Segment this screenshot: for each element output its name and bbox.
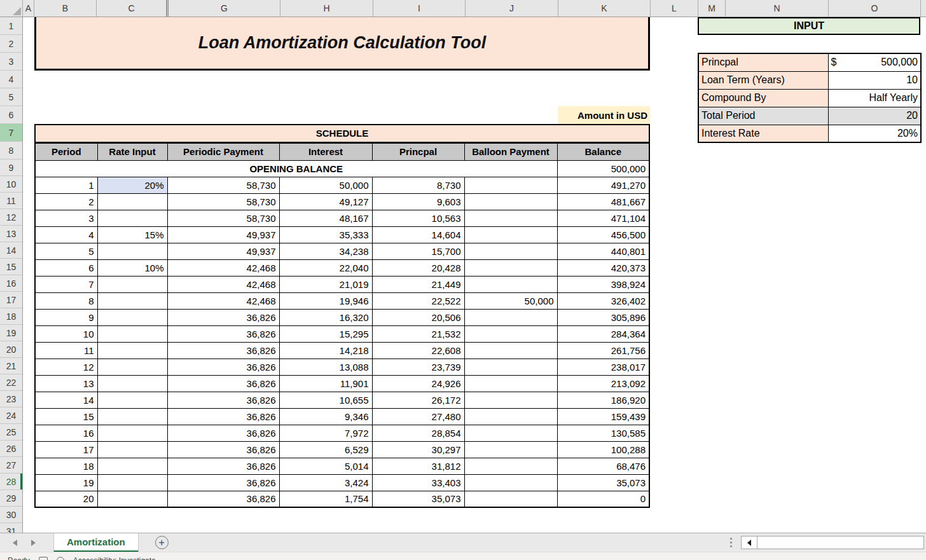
cell-interest[interactable]: 9,346 [279,408,372,425]
cell-rate-input[interactable] [97,458,167,474]
row-header[interactable]: 26 [0,440,22,457]
cell-periodic-payment[interactable]: 36,826 [167,375,279,392]
opening-balance-value[interactable]: 500,000 [557,160,649,177]
column-header-N[interactable]: N [726,0,829,17]
cell-principal[interactable]: 9,603 [372,193,464,210]
cell-principal[interactable]: 14,604 [372,226,464,243]
cell-periodic-payment[interactable]: 36,826 [167,425,279,441]
input-value-cell[interactable]: 20% [828,125,921,142]
cell-principal[interactable]: 20,428 [372,259,464,276]
cell-balloon-payment[interactable] [464,474,557,491]
cell-interest[interactable]: 16,320 [279,309,372,325]
cell-rate-input[interactable] [97,325,167,342]
cell-principal[interactable]: 20,506 [372,309,464,325]
row-header[interactable]: 25 [0,424,22,440]
row-header[interactable]: 23 [0,391,22,407]
prev-sheet-icon[interactable] [13,540,17,546]
row-header[interactable]: 10 [0,176,22,193]
cell-balance[interactable]: 68,476 [557,458,649,474]
column-header-H[interactable]: H [280,0,373,17]
row-header[interactable]: 4 [0,71,22,88]
cell-principal[interactable]: 31,812 [372,458,464,474]
cell-principal[interactable]: 26,172 [372,392,464,408]
cell-period[interactable]: 9 [35,309,97,325]
cell-balance[interactable]: 35,073 [557,474,649,491]
cell-balance[interactable]: 213,092 [557,375,649,392]
cell-periodic-payment[interactable]: 36,826 [167,491,279,507]
cell-period[interactable]: 8 [35,292,97,309]
cell-balance[interactable]: 186,920 [557,392,649,408]
cell-balance[interactable]: 398,924 [557,276,649,292]
cell-rate-input[interactable]: 10% [97,259,167,276]
cell-period[interactable]: 5 [35,243,97,259]
input-value-cell[interactable]: 20 [828,107,921,125]
cell-periodic-payment[interactable]: 36,826 [167,408,279,425]
row-header[interactable]: 6 [0,106,22,124]
cell-periodic-payment[interactable]: 36,826 [167,325,279,342]
cell-balance[interactable]: 440,801 [557,243,649,259]
cell-periodic-payment[interactable]: 42,468 [167,276,279,292]
cell-interest[interactable]: 14,218 [279,342,372,359]
cell-periodic-payment[interactable]: 36,826 [167,392,279,408]
column-header-I[interactable]: I [373,0,466,17]
cell-period[interactable]: 1 [35,177,97,193]
cell-interest[interactable]: 15,295 [279,325,372,342]
cell-principal[interactable]: 23,739 [372,359,464,375]
cell-balloon-payment[interactable] [464,226,557,243]
cell-period[interactable]: 16 [35,425,97,441]
cell-periodic-payment[interactable]: 36,826 [167,342,279,359]
row-header[interactable]: 29 [0,490,22,507]
sheet-canvas[interactable]: Loan Amortization Calculation Tool INPUT… [23,17,926,533]
cell-rate-input[interactable] [97,193,167,210]
cell-periodic-payment[interactable]: 36,826 [167,474,279,491]
accessibility-status-label[interactable]: Accessibility: Investigate [73,556,156,560]
cell-balance[interactable]: 456,500 [557,226,649,243]
cell-principal[interactable]: 33,403 [372,474,464,491]
row-header[interactable]: 12 [0,209,22,226]
cell-period[interactable]: 2 [35,193,97,210]
cell-balance[interactable]: 326,402 [557,292,649,309]
cell-balance[interactable]: 159,439 [557,408,649,425]
cell-principal[interactable]: 10,563 [372,210,464,226]
cell-period[interactable]: 19 [35,474,97,491]
cell-principal[interactable]: 21,532 [372,325,464,342]
cell-principal[interactable]: 30,297 [372,441,464,458]
macro-record-icon[interactable] [39,557,48,560]
row-header[interactable]: 27 [0,457,22,474]
cell-rate-input[interactable] [97,309,167,325]
cell-periodic-payment[interactable]: 58,730 [167,210,279,226]
cell-balloon-payment[interactable] [464,392,557,408]
row-header[interactable]: 30 [0,507,22,523]
cell-balloon-payment[interactable]: 50,000 [464,292,557,309]
cell-interest[interactable]: 7,972 [279,425,372,441]
cell-balloon-payment[interactable] [464,375,557,392]
cell-balance[interactable]: 284,364 [557,325,649,342]
row-header[interactable]: 17 [0,292,22,308]
row-header[interactable]: 9 [0,160,22,176]
cell-balance[interactable]: 481,667 [557,193,649,210]
header-rate-input[interactable]: Rate Input [97,142,167,160]
cell-interest[interactable]: 5,014 [279,458,372,474]
cell-period[interactable]: 4 [35,226,97,243]
cell-interest[interactable]: 3,424 [279,474,372,491]
input-label-cell[interactable]: Interest Rate [698,125,828,142]
row-header[interactable]: 28 [0,474,22,490]
input-label-cell[interactable]: Total Period [698,107,828,125]
scrollbar-resize-handle[interactable] [730,538,732,547]
row-header[interactable]: 7 [0,124,22,142]
header-period[interactable]: Period [35,142,97,160]
cell-interest[interactable]: 11,901 [279,375,372,392]
cell-interest[interactable]: 6,529 [279,441,372,458]
cell-balance[interactable]: 261,756 [557,342,649,359]
cell-rate-input[interactable] [97,359,167,375]
cell-balloon-payment[interactable] [464,325,557,342]
scroll-left-button[interactable] [742,536,757,549]
cell-periodic-payment[interactable]: 49,937 [167,226,279,243]
cell-principal[interactable]: 8,730 [372,177,464,193]
cell-rate-input[interactable] [97,292,167,309]
column-header-K[interactable]: K [558,0,651,17]
cell-periodic-payment[interactable]: 42,468 [167,259,279,276]
row-header[interactable]: 16 [0,275,22,292]
column-header-O[interactable]: O [829,0,921,17]
cell-rate-input[interactable] [97,276,167,292]
